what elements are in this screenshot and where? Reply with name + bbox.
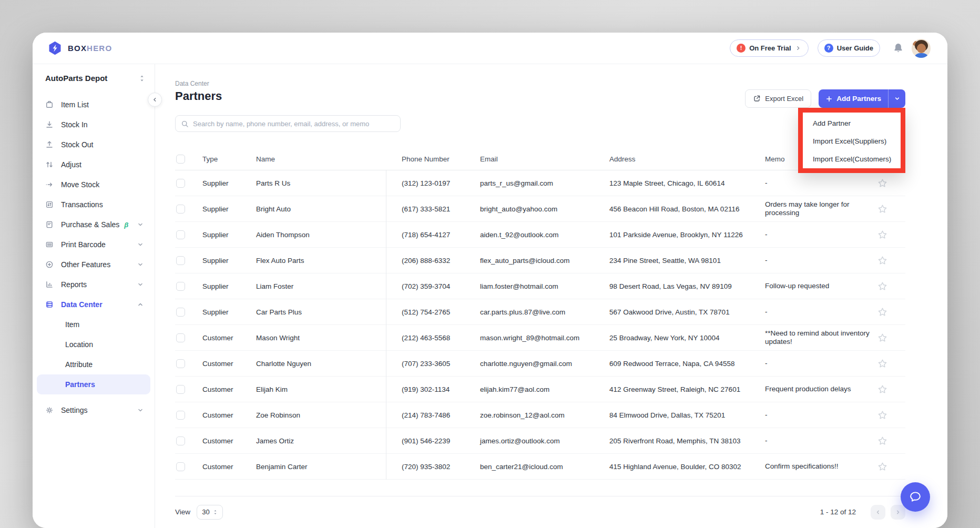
- column-header-type[interactable]: Type: [202, 155, 256, 163]
- row-checkbox[interactable]: [176, 462, 185, 471]
- chevron-down-icon: [137, 241, 144, 248]
- table-row[interactable]: Customer Charlotte Nguyen (707) 233-3605…: [175, 351, 905, 377]
- view-label: View: [175, 508, 190, 516]
- favorite-star-icon[interactable]: [877, 256, 887, 266]
- favorite-star-icon[interactable]: [877, 436, 887, 446]
- favorite-star-icon[interactable]: [877, 359, 887, 369]
- cell-email: aiden.t_92@outlook.com: [480, 231, 609, 239]
- column-header-email[interactable]: Email: [480, 155, 609, 163]
- favorite-star-icon[interactable]: [877, 410, 887, 420]
- favorite-star-icon[interactable]: [877, 384, 887, 394]
- sidebar-subitem-item[interactable]: Item: [37, 314, 150, 334]
- menu-item-import-excel-suppliers[interactable]: Import Excel(Suppliers): [803, 132, 901, 150]
- favorite-star-icon[interactable]: [877, 462, 887, 472]
- cell-name: Liam Foster: [256, 282, 386, 290]
- sidebar-item-data-center[interactable]: Data Center: [33, 295, 155, 314]
- menu-item-import-excel-customers[interactable]: Import Excel(Customers): [803, 150, 901, 168]
- table-row[interactable]: Supplier Liam Foster (702) 359-3704 liam…: [175, 273, 905, 299]
- boxhero-logo[interactable]: BOXHERO: [47, 40, 112, 56]
- add-partners-button[interactable]: Add Partners: [819, 89, 888, 108]
- sidebar-item-print-barcode[interactable]: Print Barcode: [33, 235, 155, 255]
- favorite-star-icon[interactable]: [877, 281, 887, 291]
- table-row[interactable]: Supplier Bright Auto (617) 333-5821 brig…: [175, 196, 905, 222]
- next-page-button[interactable]: [891, 505, 905, 520]
- table-row[interactable]: Customer Mason Wright (212) 463-5568 mas…: [175, 325, 905, 351]
- sidebar-item-label: Adjust: [61, 160, 81, 169]
- table-row[interactable]: Customer Elijah Kim (919) 302-1134 elija…: [175, 377, 905, 402]
- favorite-star-icon[interactable]: [877, 307, 887, 317]
- sidebar-subitem-partners[interactable]: Partners: [37, 374, 150, 394]
- sidebar-subitem-attribute[interactable]: Attribute: [37, 354, 150, 374]
- table-row[interactable]: Supplier Flex Auto Parts (206) 888-6332 …: [175, 248, 905, 273]
- chat-support-button[interactable]: [901, 482, 930, 512]
- row-checkbox[interactable]: [176, 256, 185, 265]
- table-row[interactable]: Supplier Aiden Thompson (718) 654-4127 a…: [175, 222, 905, 248]
- cell-email: elijah.kim77@aol.com: [480, 385, 609, 393]
- favorite-star-icon[interactable]: [877, 333, 887, 343]
- notifications-bell-icon[interactable]: [893, 43, 904, 54]
- row-checkbox[interactable]: [176, 230, 185, 239]
- table-row[interactable]: Customer Zoe Robinson (214) 783-7486 zoe…: [175, 402, 905, 428]
- team-switcher[interactable]: AutoParts Depot: [33, 64, 155, 83]
- main-panel: Data Center Partners Export Excel Add Pa…: [156, 64, 947, 528]
- database-icon: [45, 300, 54, 309]
- sidebar-item-stock-out[interactable]: Stock Out: [33, 135, 155, 155]
- row-checkbox[interactable]: [176, 205, 185, 214]
- cell-address: 205 Riverfront Road, Memphis, TN 38103: [609, 437, 765, 445]
- breadcrumb[interactable]: Data Center: [175, 80, 209, 87]
- user-guide-button[interactable]: ? User Guide: [818, 39, 880, 57]
- cell-phone: (707) 233-3605: [386, 360, 480, 368]
- sidebar-item-adjust[interactable]: Adjust: [33, 155, 155, 175]
- column-header-phone[interactable]: Phone Number: [386, 155, 480, 163]
- previous-page-button[interactable]: [871, 505, 885, 520]
- sidebar-item-label: Settings: [61, 406, 88, 414]
- sidebar-item-move-stock[interactable]: Move Stock: [33, 175, 155, 195]
- select-all-checkbox[interactable]: [176, 155, 185, 164]
- row-checkbox[interactable]: [176, 282, 185, 291]
- sidebar-item-settings[interactable]: Settings: [33, 400, 155, 420]
- table-row[interactable]: Supplier Car Parts Plus (512) 754-2765 c…: [175, 299, 905, 325]
- row-checkbox[interactable]: [176, 385, 185, 394]
- row-checkbox[interactable]: [176, 179, 185, 188]
- favorite-star-icon[interactable]: [877, 230, 887, 240]
- row-checkbox[interactable]: [176, 333, 185, 342]
- table-row[interactable]: Customer Benjamin Carter (720) 935-3802 …: [175, 454, 905, 480]
- cell-memo: -: [765, 359, 877, 368]
- favorite-star-icon[interactable]: [877, 204, 887, 214]
- search-input[interactable]: [193, 120, 395, 128]
- arrow-right-icon: [45, 180, 54, 189]
- sidebar-subitem-location[interactable]: Location: [37, 334, 150, 354]
- row-checkbox[interactable]: [176, 308, 185, 317]
- sidebar-item-transactions[interactable]: Transactions: [33, 195, 155, 215]
- cell-email: flex_auto_parts@icloud.com: [480, 257, 609, 265]
- cell-phone: (617) 333-5821: [386, 205, 480, 213]
- column-header-name[interactable]: Name: [256, 155, 386, 163]
- table-row[interactable]: Supplier Parts R Us (312) 123-0197 parts…: [175, 170, 905, 196]
- sidebar-collapse-button[interactable]: [148, 93, 162, 107]
- cell-type: Customer: [202, 411, 256, 419]
- row-checkbox[interactable]: [176, 411, 185, 420]
- table-row[interactable]: Customer James Ortiz (901) 546-2239 jame…: [175, 428, 905, 454]
- sidebar-item-stock-in[interactable]: Stock In: [33, 115, 155, 135]
- favorite-star-icon[interactable]: [877, 178, 887, 188]
- sidebar-item-other-features[interactable]: Other Features: [33, 255, 155, 275]
- add-partners-menu-button[interactable]: [889, 89, 905, 108]
- on-free-trial-button[interactable]: ! On Free Trial: [730, 39, 808, 57]
- column-header-address[interactable]: Address: [609, 155, 765, 163]
- row-checkbox[interactable]: [176, 436, 185, 445]
- page-size-select[interactable]: 30: [197, 505, 223, 520]
- plus-circle-icon: [45, 260, 54, 269]
- cell-address: 101 Parkside Avenue, Brooklyn, NY 11226: [609, 231, 765, 239]
- desktop-background: BOXHERO ! On Free Trial ? User Guide: [0, 0, 980, 528]
- cell-phone: (718) 654-4127: [386, 231, 480, 239]
- cell-phone: (720) 935-3802: [386, 463, 480, 471]
- export-excel-button[interactable]: Export Excel: [745, 89, 811, 108]
- sidebar-item-reports[interactable]: Reports: [33, 275, 155, 295]
- sidebar-subitem-label: Item: [65, 320, 79, 329]
- user-avatar[interactable]: [912, 39, 931, 58]
- sidebar-item-item-list[interactable]: Item List: [33, 95, 155, 115]
- menu-item-add-partner[interactable]: Add Partner: [803, 114, 901, 132]
- row-checkbox[interactable]: [176, 359, 185, 368]
- cell-memo: -: [765, 308, 877, 316]
- sidebar-item-purchase-sales[interactable]: Purchase & Sales β: [33, 215, 155, 235]
